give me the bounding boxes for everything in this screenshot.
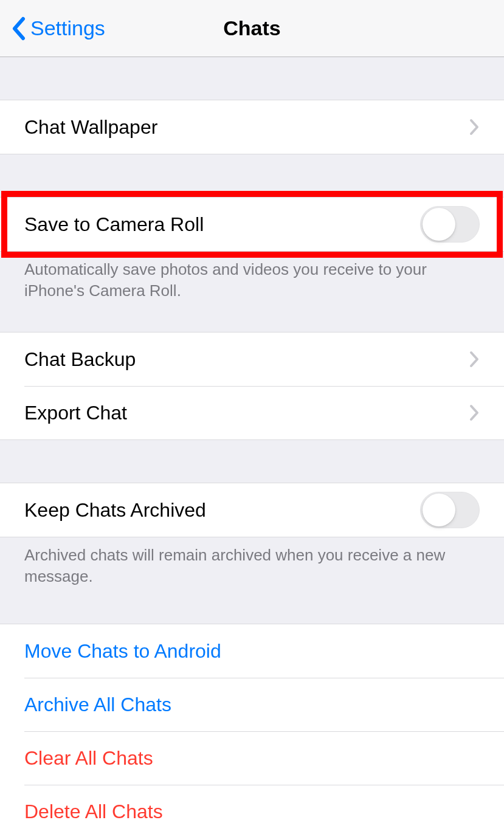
back-button[interactable]: Settings	[0, 16, 105, 41]
clear-all-chats-row[interactable]: Clear All Chats	[0, 731, 504, 785]
section-keep-archived: Keep Chats Archived	[0, 483, 504, 537]
chevron-right-icon	[469, 404, 480, 422]
chat-backup-row[interactable]: Chat Backup	[0, 332, 504, 386]
section-backup: Chat Backup Export Chat	[0, 332, 504, 440]
chevron-left-icon	[11, 16, 26, 41]
archive-all-chats-label: Archive All Chats	[24, 694, 480, 716]
keep-chats-archived-label: Keep Chats Archived	[24, 499, 420, 522]
section-wallpaper: Chat Wallpaper	[0, 100, 504, 154]
chevron-right-icon	[469, 118, 480, 136]
chat-wallpaper-row[interactable]: Chat Wallpaper	[0, 100, 504, 154]
keep-chats-archived-toggle[interactable]	[420, 492, 480, 528]
section-camera-roll: Save to Camera Roll	[0, 197, 504, 252]
keep-chats-archived-row[interactable]: Keep Chats Archived	[0, 483, 504, 537]
chevron-right-icon	[469, 350, 480, 368]
chat-wallpaper-label: Chat Wallpaper	[24, 116, 469, 139]
archive-all-chats-row[interactable]: Archive All Chats	[0, 678, 504, 731]
export-chat-label: Export Chat	[24, 402, 469, 424]
delete-all-chats-row[interactable]: Delete All Chats	[0, 785, 504, 820]
toggle-knob	[423, 494, 455, 526]
save-to-camera-roll-label: Save to Camera Roll	[24, 213, 420, 236]
move-chats-to-android-label: Move Chats to Android	[24, 640, 480, 663]
delete-all-chats-label: Delete All Chats	[24, 801, 480, 820]
back-label: Settings	[30, 16, 105, 40]
nav-bar: Settings Chats	[0, 0, 504, 57]
save-to-camera-roll-toggle[interactable]	[420, 206, 480, 243]
chat-backup-label: Chat Backup	[24, 348, 469, 371]
section-actions: Move Chats to Android Archive All Chats …	[0, 624, 504, 820]
move-chats-to-android-row[interactable]: Move Chats to Android	[0, 624, 504, 678]
camera-roll-footer: Automatically save photos and videos you…	[0, 252, 504, 301]
keep-archived-footer: Archived chats will remain archived when…	[0, 537, 504, 587]
clear-all-chats-label: Clear All Chats	[24, 747, 480, 770]
save-to-camera-roll-row[interactable]: Save to Camera Roll	[0, 198, 504, 251]
toggle-knob	[423, 208, 455, 241]
export-chat-row[interactable]: Export Chat	[0, 386, 504, 439]
